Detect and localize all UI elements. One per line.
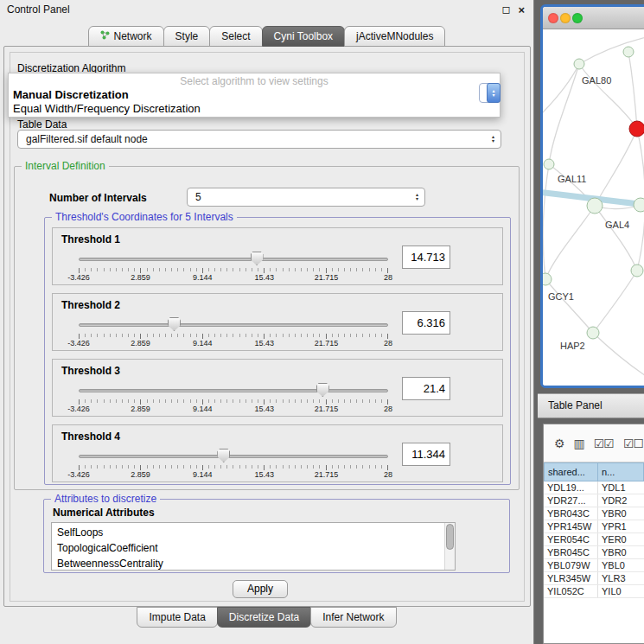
tab-infer-network[interactable]: Infer Network — [310, 607, 396, 628]
network-edge[interactable] — [543, 64, 579, 116]
network-node[interactable] — [623, 47, 634, 57]
network-node[interactable] — [587, 198, 603, 214]
attribute-list-item[interactable]: TopologicalCoefficient — [52, 540, 455, 556]
table-row[interactable]: YDR27...YDR2 — [544, 494, 644, 507]
threshold-slider[interactable] — [79, 448, 388, 463]
table-cell[interactable]: YIL052C — [544, 585, 598, 597]
table-cell[interactable]: YBR0 — [598, 507, 644, 520]
table-cell[interactable]: YLR3 — [598, 572, 644, 584]
table-row[interactable]: YBL079WYBL0 — [544, 559, 644, 572]
table-cell[interactable]: YBR043C — [544, 507, 598, 520]
table-cell[interactable]: YBR0 — [598, 546, 644, 558]
column-header[interactable]: shared... — [544, 462, 598, 481]
tab-impute-data[interactable]: Impute Data — [137, 607, 217, 628]
table-cell[interactable]: YBR045C — [544, 546, 598, 558]
network-edge[interactable] — [579, 36, 644, 64]
table-row[interactable]: YLR345WYLR3 — [544, 572, 644, 585]
table-cell[interactable]: YER054C — [544, 533, 598, 545]
attribute-list-item[interactable]: BetweennessCentrality — [52, 556, 455, 571]
slider-thumb[interactable] — [316, 383, 329, 397]
number-of-intervals-combo[interactable]: 5 ▴▾ — [187, 188, 425, 207]
network-edge[interactable] — [628, 52, 637, 129]
table-row[interactable]: YER054CYER0 — [544, 533, 644, 546]
table-cell[interactable]: YPR145W — [544, 520, 598, 532]
float-panel-icon[interactable]: ◻ — [501, 3, 510, 16]
table-row[interactable]: YIL052CYIL0 — [544, 585, 644, 598]
threshold-value-field[interactable]: 11.344 — [402, 443, 450, 466]
algorithm-option-equal-width-frequency-discretization[interactable]: Equal Width/Frequency Discretization — [11, 102, 470, 116]
network-edge[interactable] — [579, 64, 637, 129]
tab-network[interactable]: Network — [88, 26, 164, 47]
slider-track[interactable] — [79, 258, 388, 261]
tab-style[interactable]: Style — [163, 26, 211, 47]
table-cell[interactable]: YBL079W — [544, 559, 598, 571]
close-window-icon[interactable] — [548, 13, 558, 23]
network-node[interactable] — [634, 198, 644, 212]
table-cell[interactable]: YLR345W — [544, 572, 598, 584]
table-row[interactable]: YDL19...YDL1 — [544, 481, 644, 494]
threshold-value-field[interactable]: 21.4 — [402, 377, 450, 400]
scale-label: 9.144 — [193, 405, 213, 413]
apply-button[interactable]: Apply — [233, 580, 288, 598]
zoom-window-icon[interactable] — [572, 13, 583, 23]
show-columns-icon[interactable]: ▥ — [574, 437, 584, 450]
threshold-value-field[interactable]: 14.713 — [402, 245, 450, 269]
node-label: HAP2 — [560, 341, 585, 351]
slider-thumb[interactable] — [251, 252, 264, 265]
table-cell[interactable]: YDR2 — [598, 494, 644, 507]
table-row[interactable]: YBR045CYBR0 — [544, 546, 644, 559]
threshold-slider[interactable] — [79, 382, 388, 398]
scale-label: -3.426 — [67, 470, 90, 479]
table-cell[interactable]: YDL19... — [544, 481, 598, 494]
select-all-columns-icon[interactable]: ☑☑ — [594, 437, 614, 450]
slider-track[interactable] — [79, 455, 388, 458]
algorithm-option-manual-discretization[interactable]: Manual Discretization — [11, 88, 470, 102]
select-none-columns-icon[interactable]: ☑☐ — [623, 437, 643, 450]
tab-select[interactable]: Select — [209, 26, 262, 47]
network-edge[interactable] — [545, 206, 595, 279]
threshold-slider[interactable] — [79, 251, 388, 266]
threshold-slider[interactable] — [79, 316, 388, 332]
attributes-scrollbar[interactable] — [444, 523, 455, 570]
table-cell[interactable]: YPR1 — [598, 520, 644, 532]
slider-track[interactable] — [79, 323, 388, 327]
algorithm-combo-button[interactable]: ▴▾ — [479, 83, 501, 103]
selected-node[interactable] — [629, 121, 644, 137]
slider-thumb[interactable] — [217, 449, 230, 462]
table-cell[interactable]: YDL1 — [598, 481, 644, 494]
table-data-combo[interactable]: galFiltered.sif default node ▴▾ — [17, 130, 501, 149]
network-node[interactable] — [631, 265, 643, 277]
minimize-window-icon[interactable] — [560, 13, 571, 23]
column-header[interactable]: n... — [598, 462, 644, 481]
attribute-list-item[interactable]: SelfLoops — [52, 525, 455, 540]
network-node[interactable] — [543, 273, 552, 285]
network-edge[interactable] — [543, 164, 549, 279]
slider-thumb[interactable] — [168, 317, 181, 331]
scrollbar-thumb[interactable] — [446, 524, 454, 550]
network-edge[interactable] — [593, 333, 644, 379]
tab-cyni-toolbox[interactable]: Cyni Toolbox — [262, 26, 345, 47]
table-row[interactable]: YBR043CYBR0 — [544, 507, 644, 520]
table-cell[interactable]: YBL0 — [598, 559, 644, 571]
network-node[interactable] — [587, 327, 599, 339]
table-row[interactable]: YPR145WYPR1 — [544, 520, 644, 533]
network-edge[interactable] — [549, 64, 579, 164]
tab-discretize-data[interactable]: Discretize Data — [217, 607, 311, 628]
network-edge[interactable] — [595, 129, 637, 206]
slider-track[interactable] — [79, 389, 388, 392]
close-panel-icon[interactable]: × — [518, 3, 525, 16]
network-canvas[interactable]: GAL80GAL11GAL4GCY1HAP2 — [543, 29, 644, 386]
network-graph[interactable]: GAL80GAL11GAL4GCY1HAP2 — [543, 29, 644, 386]
tab-jactivemnodules[interactable]: jActiveMNodules — [344, 26, 445, 47]
network-edge[interactable] — [595, 206, 637, 271]
table-cell[interactable]: YER0 — [598, 533, 644, 545]
table-cell[interactable]: YDR27... — [544, 494, 598, 507]
settings-gear-icon[interactable]: ⚙ — [554, 437, 564, 450]
table-cell[interactable]: YIL0 — [598, 585, 644, 597]
network-edge[interactable] — [593, 271, 637, 333]
threshold-value-field[interactable]: 6.316 — [402, 311, 450, 335]
network-edge[interactable] — [545, 279, 593, 333]
scale-label: 28 — [384, 405, 392, 413]
network-node[interactable] — [574, 59, 584, 69]
network-node[interactable] — [544, 159, 554, 169]
